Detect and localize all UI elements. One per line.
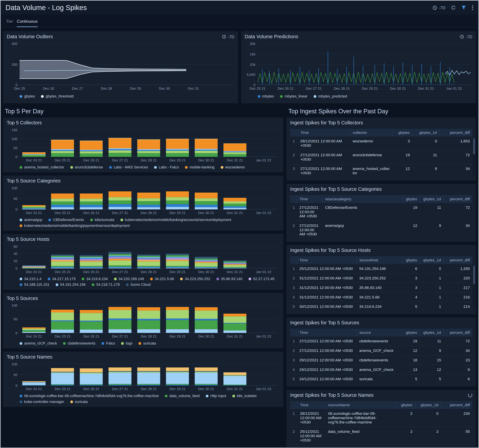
table-row[interactable]: 125/12/2021 12:00:00 AM +053054.191.254.… xyxy=(290,264,472,274)
bar[interactable] xyxy=(80,255,103,268)
column-header[interactable]: percent_diff xyxy=(439,129,472,137)
column-header[interactable] xyxy=(290,401,298,409)
bar[interactable] xyxy=(80,368,103,386)
column-header[interactable]: gbytes_1d xyxy=(420,329,444,337)
table-row[interactable]: 530/12/2021 12:00:00 AM +053034.219.6.23… xyxy=(290,302,472,311)
table-row[interactable]: 127/12/2021 12:00:00 AM +0530CBDefense/E… xyxy=(290,203,472,221)
bar[interactable] xyxy=(108,138,132,157)
column-header[interactable]: sourcecategory xyxy=(323,195,403,203)
table-row[interactable]: 329/12/2021 12:00:00 AM +0530cbdefenseev… xyxy=(290,355,472,365)
bar[interactable] xyxy=(137,139,160,157)
bar[interactable] xyxy=(80,141,103,157)
column-header[interactable]: Time xyxy=(297,329,357,337)
column-header[interactable]: percent_diff xyxy=(444,256,472,264)
bar[interactable] xyxy=(137,307,160,333)
legend-item[interactable]: 34.221.5.66 xyxy=(150,277,174,281)
legend-item[interactable]: mbytes_linear xyxy=(280,94,307,99)
column-header[interactable]: source xyxy=(357,329,403,337)
filter-icon[interactable] xyxy=(461,5,466,10)
legend-item[interactable]: 34.217.15.175 xyxy=(47,277,76,281)
legend-item[interactable]: suricata xyxy=(139,341,156,346)
bar[interactable] xyxy=(22,381,45,386)
legend-item[interactable]: Labs - Falco xyxy=(154,165,179,169)
column-header[interactable]: Time xyxy=(298,129,350,137)
legend-item[interactable]: data_volume_feed xyxy=(165,394,200,398)
scrollbar-thumb[interactable] xyxy=(473,266,475,284)
bar[interactable] xyxy=(108,367,132,386)
column-header[interactable]: Time xyxy=(298,401,326,409)
bar[interactable] xyxy=(51,193,74,209)
bar[interactable] xyxy=(195,307,218,333)
legend-item[interactable]: 54.191.254.196 xyxy=(55,282,86,287)
bar[interactable] xyxy=(166,254,189,268)
legend-item[interactable]: k8s/suricata xyxy=(90,218,114,222)
column-header[interactable]: percent_diff xyxy=(444,329,472,337)
column-header[interactable]: gbytes xyxy=(403,195,420,203)
column-header[interactable]: Time xyxy=(297,256,357,264)
panel-time-range[interactable]: -7D xyxy=(460,34,472,39)
legend-item[interactable]: kube-controller-manager xyxy=(20,400,64,404)
legend-item[interactable]: Falco xyxy=(101,341,115,346)
scrollbar-thumb[interactable] xyxy=(473,138,475,154)
legend-item[interactable]: suricata xyxy=(70,400,88,404)
legend-item[interactable]: 34.215.1.4 xyxy=(20,277,41,281)
table-row[interactable]: 327/12/2021 12:00:00 AM +0530anema_hoste… xyxy=(290,164,472,178)
legend-item[interactable]: mobile-banking xyxy=(185,165,214,169)
bar[interactable] xyxy=(224,372,246,385)
table-row[interactable]: 524/12/2021 12:00:00 AM +0530suricata556 xyxy=(290,374,472,384)
column-header[interactable]: collector xyxy=(350,129,393,137)
column-header[interactable]: sourceName xyxy=(326,401,396,409)
column-header[interactable]: gbytes xyxy=(403,256,420,264)
column-header[interactable]: Time xyxy=(297,195,323,203)
bar[interactable] xyxy=(108,252,132,268)
legend-item[interactable]: gbytes xyxy=(20,94,35,99)
bar[interactable] xyxy=(224,143,246,157)
legend-item[interactable]: Http Input xyxy=(206,394,226,398)
column-header[interactable]: gbytes_1d xyxy=(420,256,444,264)
column-header[interactable] xyxy=(290,329,297,337)
bar[interactable] xyxy=(224,260,246,268)
legend-item[interactable]: kubernetes/sedemo/mobile/banking/payment… xyxy=(20,223,130,228)
table-row[interactable]: 127/12/2021 12:00:00 AM +0530cbdefenseev… xyxy=(290,336,472,346)
legend-item[interactable]: Sumo Cloud xyxy=(126,282,151,287)
legend-item[interactable]: anema/gcp xyxy=(20,218,42,222)
column-header[interactable]: sourcehost xyxy=(357,256,403,264)
bar[interactable] xyxy=(166,191,189,209)
table-row[interactable]: 231/12/2021 12:00:00 AM +053034.223.250.… xyxy=(290,274,472,283)
column-header[interactable]: gbytes_1d xyxy=(415,401,441,409)
bar[interactable] xyxy=(166,307,189,333)
table-row[interactable]: 429/12/2021 12:00:00 AM +0530anema_GCP_c… xyxy=(290,365,472,374)
table-row[interactable]: 128/12/2021 12:00:00 AM +0530wozsedemo30… xyxy=(290,137,472,150)
legend-item[interactable]: logs xyxy=(121,341,133,346)
legend-item[interactable]: aruns3cbdefense xyxy=(70,165,103,169)
bar[interactable] xyxy=(51,140,74,157)
legend-item[interactable]: mbytes xyxy=(258,94,274,99)
table-row[interactable]: 128/12/2021 12:00:00 AM +053008.sumologi… xyxy=(290,409,472,427)
refresh-icon[interactable] xyxy=(451,5,456,10)
legend-item[interactable]: 52.27.172.45 xyxy=(248,277,274,281)
bar[interactable] xyxy=(137,193,160,209)
legend-item[interactable]: k8s_kubelet xyxy=(232,394,257,398)
column-header[interactable]: gbytes xyxy=(393,129,412,137)
bar[interactable] xyxy=(195,367,218,386)
legend-item[interactable]: CBDefense/Events xyxy=(48,218,84,222)
bar[interactable] xyxy=(80,310,103,333)
bar[interactable] xyxy=(108,191,132,209)
column-header[interactable]: percent_diff xyxy=(441,401,472,409)
bar[interactable] xyxy=(195,193,218,209)
bar[interactable] xyxy=(22,328,45,333)
legend-item[interactable]: Labs - AWS Services xyxy=(109,165,148,169)
time-range-control[interactable]: -7D xyxy=(432,5,446,10)
bar[interactable] xyxy=(195,257,218,268)
legend-item[interactable]: 34.219.6.234 xyxy=(82,277,108,281)
bar[interactable] xyxy=(224,198,246,209)
column-header[interactable]: gbytes xyxy=(403,329,420,337)
legend-item[interactable]: 34.220.189.149 xyxy=(114,277,144,281)
bar[interactable] xyxy=(51,309,74,333)
table-row[interactable]: 431/12/2021 12:00:00 AM +053034.221.5.66… xyxy=(290,292,472,302)
column-header[interactable] xyxy=(290,256,297,264)
kebab-menu-icon[interactable] xyxy=(472,5,473,10)
column-header[interactable]: gbytes_1d xyxy=(420,195,444,203)
legend-item[interactable]: gbytes_threshold xyxy=(41,94,73,99)
table-row[interactable]: 331/12/2021 12:00:00 AM +053035.86.93.14… xyxy=(290,283,472,292)
